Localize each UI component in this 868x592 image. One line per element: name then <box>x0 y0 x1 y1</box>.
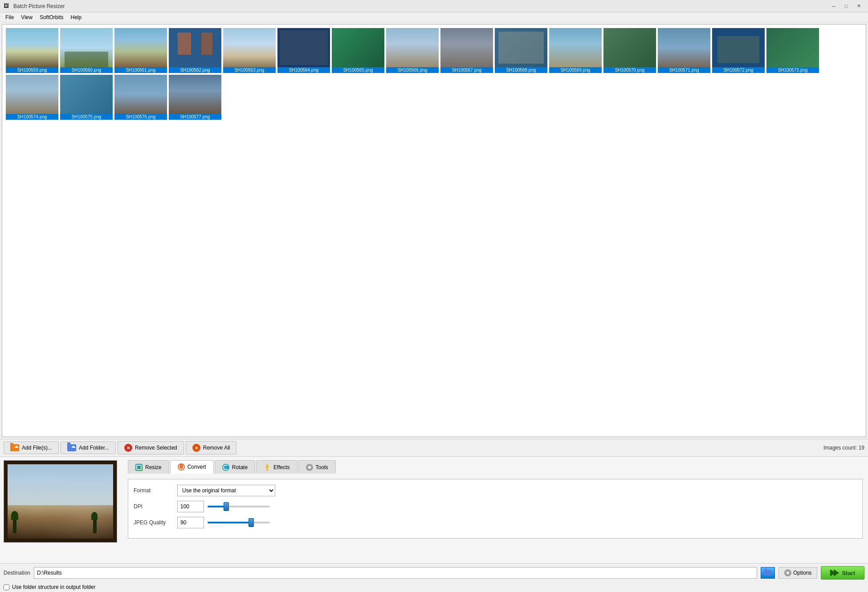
image-grid[interactable]: SH100559.png SH100560.png SH100561.png S… <box>2 24 866 437</box>
menu-help[interactable]: Help <box>67 13 86 21</box>
start-label: Start <box>842 570 855 576</box>
menu-bar: File View SoftOrbits Help <box>0 12 868 22</box>
list-item[interactable]: SH100560.png <box>60 28 113 73</box>
title-bar: 🖼 Batch Picture Resizer ─ □ ✕ <box>0 0 868 12</box>
tab-rotate[interactable]: Rotate <box>215 460 255 474</box>
thumbnail-image <box>6 75 58 114</box>
list-item[interactable]: SH100566.png <box>386 28 439 73</box>
settings-panel: Resize Convert Rotate <box>122 457 868 563</box>
thumbnail-image <box>766 28 819 67</box>
list-item[interactable]: SH100573.png <box>766 28 819 73</box>
tab-resize[interactable]: Resize <box>128 460 169 474</box>
checkbox-row: Use folder structure in output folder <box>0 582 868 592</box>
thumbnail-label: SH100576.png <box>114 114 167 120</box>
convert-icon <box>178 463 185 470</box>
thumbnail-image <box>549 28 602 67</box>
format-row: Format Use the original formatJPEGPNGBMP… <box>134 485 857 496</box>
tab-convert[interactable]: Convert <box>170 460 214 474</box>
folder-icon <box>764 570 771 576</box>
thumbnail-label: SH100569.png <box>549 67 602 73</box>
jpeg-slider-thumb[interactable] <box>249 518 254 527</box>
preview-area <box>0 457 122 563</box>
tab-tools[interactable]: Tools <box>298 460 336 474</box>
tab-effects[interactable]: Effects <box>256 460 297 474</box>
list-item[interactable]: SH100559.png <box>6 28 58 73</box>
format-label: Format <box>134 487 174 494</box>
main-content: SH100559.png SH100560.png SH100561.png S… <box>0 22 868 592</box>
list-item[interactable]: SH100561.png <box>114 28 167 73</box>
thumbnail-label: SH100561.png <box>114 67 167 73</box>
restore-button[interactable]: □ <box>840 1 852 11</box>
add-folder-icon <box>67 444 76 451</box>
start-icon <box>830 569 839 576</box>
thumbnail-image <box>332 28 384 67</box>
list-item[interactable]: SH100576.png <box>114 75 167 120</box>
thumbnail-label: SH100573.png <box>766 67 819 73</box>
jpeg-quality-row: JPEG Quality <box>134 517 857 528</box>
list-item[interactable]: SH100577.png <box>169 75 221 120</box>
list-item[interactable]: SH100575.png <box>60 75 113 120</box>
list-item[interactable]: SH100567.png <box>440 28 493 73</box>
list-item[interactable]: SH100574.png <box>6 75 58 120</box>
destination-input[interactable] <box>34 567 757 579</box>
list-item[interactable]: SH100570.png <box>603 28 656 73</box>
add-files-icon <box>10 444 19 451</box>
thumbnail-label: SH100568.png <box>495 67 547 73</box>
thumbnail-image <box>495 28 547 67</box>
tabs: Resize Convert Rotate <box>128 460 863 474</box>
jpeg-quality-input[interactable] <box>177 517 204 528</box>
remove-selected-icon: ✕ <box>124 444 132 452</box>
list-item[interactable]: SH100562.png <box>169 28 221 73</box>
list-item[interactable]: SH100563.png <box>223 28 276 73</box>
thumbnail-image <box>223 28 276 67</box>
add-folder-button[interactable]: Add Folder... <box>61 442 116 454</box>
thumbnail-image <box>60 75 113 114</box>
thumbnail-image <box>169 75 221 114</box>
thumbnail-label: SH100562.png <box>169 67 221 73</box>
thumbnail-label: SH100559.png <box>6 67 58 73</box>
menu-view[interactable]: View <box>17 13 36 21</box>
list-item[interactable]: SH100572.png <box>712 28 765 73</box>
tab-convert-label: Convert <box>187 464 206 470</box>
thumbnail-label: SH100574.png <box>6 114 58 120</box>
list-item[interactable]: SH100571.png <box>658 28 710 73</box>
destination-bar: Destination Options Start <box>0 563 868 582</box>
list-item[interactable]: SH100569.png <box>549 28 602 73</box>
folder-structure-label[interactable]: Use folder structure in output folder <box>12 584 95 590</box>
dpi-slider-track[interactable] <box>208 506 270 507</box>
thumbnail-label: SH100570.png <box>603 67 656 73</box>
thumbnail-label: SH100572.png <box>712 67 765 73</box>
thumbnail-label: SH100571.png <box>658 67 710 73</box>
remove-selected-button[interactable]: ✕ Remove Selected <box>118 441 184 454</box>
thumbnail-image <box>169 28 221 67</box>
options-button[interactable]: Options <box>778 567 817 579</box>
menu-softorbits[interactable]: SoftOrbits <box>36 13 67 21</box>
jpeg-slider-track[interactable] <box>208 522 270 523</box>
thumbnail-label: SH100566.png <box>386 67 439 73</box>
resize-icon <box>135 464 143 471</box>
minimize-button[interactable]: ─ <box>828 1 839 11</box>
start-button[interactable]: Start <box>821 566 864 580</box>
add-folder-label: Add Folder... <box>79 445 109 451</box>
list-item[interactable]: SH100565.png <box>332 28 384 73</box>
thumbnail-label: SH100577.png <box>169 114 221 120</box>
remove-all-icon: ✕ <box>192 444 200 452</box>
remove-all-button[interactable]: ✕ Remove All <box>186 441 237 454</box>
tab-resize-label: Resize <box>145 464 162 470</box>
thumbnail-image <box>114 75 167 114</box>
destination-browse-button[interactable] <box>761 567 775 579</box>
thumbnail-label: SH100567.png <box>440 67 493 73</box>
menu-file[interactable]: File <box>2 13 17 21</box>
dpi-row: DPI <box>134 501 857 512</box>
folder-structure-checkbox[interactable] <box>4 584 9 590</box>
tab-tools-label: Tools <box>316 464 328 470</box>
dpi-slider-container <box>208 502 270 511</box>
add-files-button[interactable]: Add File(s)... <box>4 442 59 454</box>
list-item[interactable]: SH100564.png <box>277 28 330 73</box>
close-button[interactable]: ✕ <box>853 1 864 11</box>
dpi-input[interactable] <box>177 501 204 512</box>
list-item[interactable]: SH100568.png <box>495 28 547 73</box>
dpi-slider-thumb[interactable] <box>224 502 229 511</box>
format-select[interactable]: Use the original formatJPEGPNGBMPTIFFGIF… <box>177 485 275 496</box>
thumbnail-image <box>386 28 439 67</box>
